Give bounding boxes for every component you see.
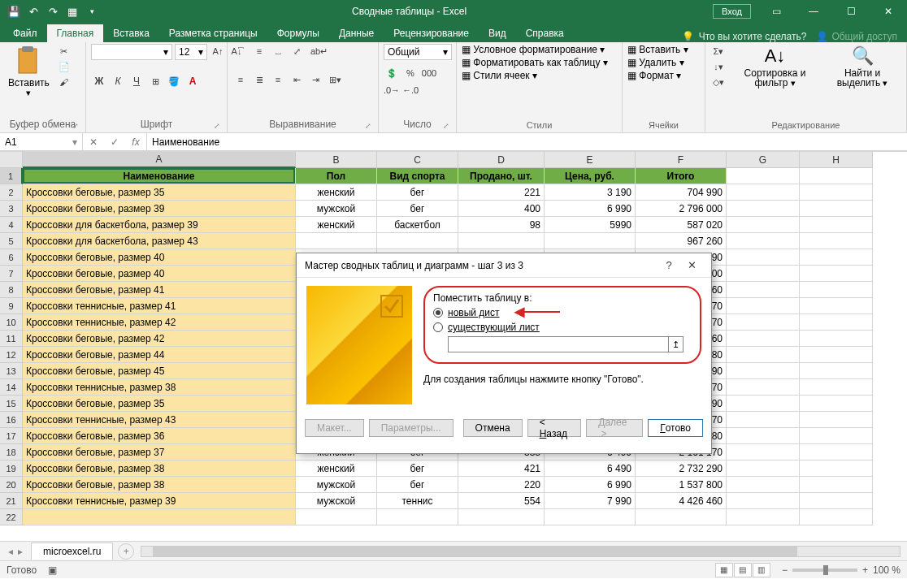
dialog-launcher-icon[interactable]: ⤢	[364, 122, 372, 130]
cell[interactable]	[545, 233, 636, 249]
cell[interactable]	[377, 509, 458, 525]
tab-data[interactable]: Данные	[329, 24, 384, 42]
align-center-icon[interactable]: ≣	[251, 72, 267, 87]
row-header[interactable]: 8	[0, 282, 23, 298]
cell[interactable]	[727, 266, 800, 282]
cell[interactable]: Кроссовки теннисные, размер 38	[23, 379, 296, 396]
wrap-text-icon[interactable]: ab↵	[307, 44, 331, 58]
redo-icon[interactable]: ↷	[44, 2, 62, 20]
cell[interactable]	[800, 314, 873, 331]
cell[interactable]	[727, 347, 800, 363]
cell[interactable]: Цена, руб.	[545, 168, 636, 184]
row-header[interactable]: 4	[0, 217, 23, 233]
cell[interactable]: женский	[296, 217, 377, 233]
row-header[interactable]: 6	[0, 249, 23, 266]
row-header[interactable]: 9	[0, 298, 23, 314]
range-input[interactable]: ↥	[448, 336, 684, 352]
row-header[interactable]: 1	[0, 168, 23, 184]
dialog-launcher-icon[interactable]: ⤢	[72, 122, 80, 130]
cell[interactable]: 400	[458, 201, 545, 217]
cell[interactable]	[800, 233, 873, 249]
cut-icon[interactable]: ✂	[56, 44, 72, 58]
cell[interactable]	[800, 217, 873, 233]
cell[interactable]	[727, 444, 800, 460]
align-right-icon[interactable]: ≡	[270, 72, 286, 87]
cell[interactable]: 5990	[545, 217, 636, 233]
cell[interactable]	[800, 412, 873, 428]
row-header[interactable]: 13	[0, 363, 23, 379]
column-header[interactable]: D	[458, 152, 545, 168]
cell[interactable]	[800, 428, 873, 444]
cell[interactable]: Кроссовки беговые, размер 42	[23, 331, 296, 347]
select-all-corner[interactable]	[0, 152, 23, 168]
cell[interactable]: Кроссовки теннисные, размер 39	[23, 493, 296, 509]
row-header[interactable]: 5	[0, 233, 23, 249]
tab-view[interactable]: Вид	[479, 24, 516, 42]
cell[interactable]: бег	[377, 201, 458, 217]
cell[interactable]: Кроссовки теннисные, размер 42	[23, 314, 296, 331]
number-format-combo[interactable]: Общий▾	[384, 44, 452, 60]
cell[interactable]: 2 796 000	[636, 201, 727, 217]
row-header[interactable]: 22	[0, 509, 23, 525]
cell[interactable]	[23, 509, 296, 525]
cell[interactable]	[800, 444, 873, 460]
cell[interactable]: Кроссовки для баскетбола, размер 39	[23, 217, 296, 233]
column-header[interactable]: C	[377, 152, 458, 168]
currency-icon[interactable]: 💲	[384, 66, 400, 80]
dec-decimal-icon[interactable]: ←.0	[402, 83, 419, 97]
cell[interactable]	[727, 396, 800, 412]
close-icon[interactable]: ✕	[870, 0, 907, 23]
cell[interactable]	[727, 363, 800, 379]
fx-icon[interactable]: fx	[125, 133, 146, 150]
format-painter-icon[interactable]: 🖌	[56, 75, 72, 89]
cell[interactable]: 7 990	[545, 493, 636, 509]
cell[interactable]: Кроссовки беговые, размер 40	[23, 249, 296, 266]
cell[interactable]: 967 260	[636, 233, 727, 249]
zoom-out-icon[interactable]: −	[782, 564, 788, 576]
clear-icon[interactable]: ◇▾	[710, 75, 727, 89]
normal-view-icon[interactable]: ▦	[715, 563, 733, 577]
cell[interactable]	[800, 201, 873, 217]
cell[interactable]: 704 990	[636, 184, 727, 201]
align-top-icon[interactable]: ⎴	[232, 44, 249, 58]
cell[interactable]	[800, 379, 873, 396]
cell[interactable]	[727, 428, 800, 444]
save-icon[interactable]: 💾	[5, 2, 23, 20]
ribbon-options-icon[interactable]: ▭	[757, 0, 795, 23]
cell[interactable]: Кроссовки беговые, размер 44	[23, 347, 296, 363]
find-select-button[interactable]: 🔍 Найти и выделить ▾	[823, 44, 901, 89]
cell[interactable]	[636, 509, 727, 525]
name-box[interactable]: A1▾	[0, 133, 83, 150]
tab-file[interactable]: Файл	[3, 24, 47, 42]
font-name-combo[interactable]: ▾	[91, 44, 172, 60]
cell[interactable]	[800, 298, 873, 314]
cell[interactable]	[458, 233, 545, 249]
row-header[interactable]: 21	[0, 493, 23, 509]
cell[interactable]: женский	[296, 460, 377, 477]
cell[interactable]	[800, 249, 873, 266]
dialog-launcher-icon[interactable]: ⤢	[213, 122, 221, 130]
cell[interactable]: 6 490	[545, 460, 636, 477]
cell[interactable]: 587 020	[636, 217, 727, 233]
share-button[interactable]: 👤 Общий доступ	[816, 31, 897, 42]
inc-decimal-icon[interactable]: .0→	[384, 83, 400, 97]
cell[interactable]	[727, 217, 800, 233]
cell[interactable]: Кроссовки беговые, размер 35	[23, 184, 296, 201]
cell-styles-button[interactable]: ▦ Стили ячеек ▾	[462, 70, 537, 81]
layout-button[interactable]: Макет...	[305, 419, 364, 437]
cell[interactable]	[727, 509, 800, 525]
row-header[interactable]: 10	[0, 314, 23, 331]
tab-help[interactable]: Справка	[516, 24, 574, 42]
cond-format-button[interactable]: ▦ Условное форматирование ▾	[462, 44, 605, 55]
row-header[interactable]: 11	[0, 331, 23, 347]
cell[interactable]	[458, 509, 545, 525]
cell[interactable]: Продано, шт.	[458, 168, 545, 184]
cell[interactable]: 1 537 800	[636, 477, 727, 493]
cancel-fx-icon[interactable]: ✕	[83, 133, 104, 150]
cell[interactable]: 4 426 460	[636, 493, 727, 509]
border-icon[interactable]: ⊞	[147, 74, 163, 89]
formula-input[interactable]: Наименование	[147, 133, 907, 150]
cell[interactable]	[727, 201, 800, 217]
format-table-button[interactable]: ▦ Форматировать как таблицу ▾	[462, 57, 608, 68]
row-header[interactable]: 7	[0, 266, 23, 282]
